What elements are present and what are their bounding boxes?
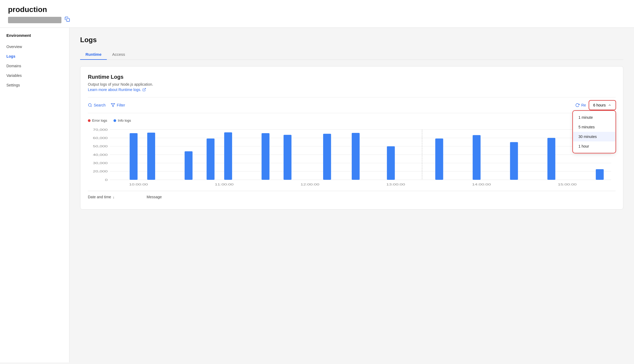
svg-text:11:00:00: 11:00:00 [215,183,233,186]
legend-error-label: Error logs [92,118,107,122]
token-bar [8,17,61,23]
search-button[interactable]: Search [88,103,105,107]
sidebar-item-settings[interactable]: Settings [0,80,69,90]
col-datetime: Date and time ↓ [88,195,147,199]
svg-line-3 [91,106,92,107]
svg-text:13:00:00: 13:00:00 [386,183,405,186]
svg-rect-21 [185,151,193,180]
svg-rect-19 [130,133,138,180]
svg-rect-27 [352,133,360,180]
token-row [8,17,626,23]
dropdown-item-5min[interactable]: 5 minutes [573,122,615,132]
svg-rect-28 [387,146,395,180]
learn-more-link[interactable]: Learn more about Runtime logs. [88,88,146,92]
time-selected-value: 6 hours [593,103,606,107]
app-title: production [8,5,626,14]
col-datetime-label: Date and time [88,195,111,199]
svg-text:50,000: 50,000 [93,145,108,148]
legend-info: Info logs [114,118,131,122]
info-dot [114,119,116,122]
chart-legend: Error logs Info logs [88,118,616,122]
search-label: Search [94,103,105,107]
sidebar-item-domains[interactable]: Domains [0,61,69,71]
time-dropdown-menu: 1 minute 5 minutes 30 minutes 1 hour [573,111,616,153]
refresh-label: Re [581,103,586,107]
svg-text:15:00:00: 15:00:00 [558,183,577,186]
svg-text:60,000: 60,000 [93,136,108,140]
sidebar-item-variables[interactable]: Variables [0,71,69,80]
svg-text:70,000: 70,000 [93,128,108,131]
svg-rect-26 [323,134,331,180]
logs-card-title: Runtime Logs [88,74,616,80]
main-layout: Environment Overview Logs Domains Variab… [0,28,634,362]
legend-error: Error logs [88,118,107,122]
page-title: Logs [80,36,623,44]
learn-more-text: Learn more about Runtime logs. [88,88,141,92]
svg-text:40,000: 40,000 [93,153,108,156]
dropdown-item-30min[interactable]: 30 minutes [573,132,615,141]
chart-svg: 70,000 60,000 50,000 40,000 30,000 20,00… [88,127,616,188]
filter-button[interactable]: Filter [111,103,125,107]
chart-area: 70,000 60,000 50,000 40,000 30,000 20,00… [88,127,616,188]
dropdown-item-1min[interactable]: 1 minute [573,113,615,122]
svg-text:30,000: 30,000 [93,161,108,165]
svg-text:12:00:00: 12:00:00 [300,183,319,186]
tab-access[interactable]: Access [107,49,130,60]
svg-rect-20 [147,133,155,180]
toolbar: Search Filter Re [88,97,616,113]
copy-icon[interactable] [65,17,70,23]
svg-rect-33 [596,169,604,180]
col-message: Message [147,195,162,199]
time-select-button[interactable]: 6 hours [589,101,616,110]
svg-rect-32 [547,138,555,180]
sidebar-header: Environment [0,33,69,42]
toolbar-right: Re 6 hours 1 minute 5 minutes 30 mi [575,101,616,110]
svg-rect-0 [67,19,70,22]
sort-icon[interactable]: ↓ [113,195,115,199]
sidebar-item-overview[interactable]: Overview [0,42,69,52]
svg-text:14:00:00: 14:00:00 [472,183,491,186]
svg-text:10:00:00: 10:00:00 [129,183,148,186]
top-bar: production [0,0,634,28]
svg-text:20,000: 20,000 [93,170,108,173]
svg-rect-30 [473,135,481,180]
sidebar: Environment Overview Logs Domains Variab… [0,28,69,362]
sidebar-item-logs[interactable]: Logs [0,52,69,61]
svg-point-2 [88,104,91,106]
filter-label: Filter [117,103,125,107]
svg-rect-24 [261,133,269,180]
legend-info-label: Info logs [118,118,131,122]
refresh-icon [575,103,580,107]
svg-marker-4 [111,104,115,107]
error-dot [88,119,91,122]
content-area: Logs Runtime Access Runtime Logs Output … [69,28,634,362]
svg-rect-25 [284,135,292,180]
filter-icon [111,103,115,107]
svg-rect-23 [224,132,232,180]
tabs: Runtime Access [80,49,623,60]
dropdown-item-1hr[interactable]: 1 hour [573,141,615,151]
search-icon [88,103,92,107]
logs-card: Runtime Logs Output logs of your Node.js… [80,66,623,209]
svg-rect-22 [207,139,215,180]
time-select-wrapper: 6 hours 1 minute 5 minutes 30 minutes 1 … [589,101,616,110]
svg-line-1 [144,88,146,90]
table-header-row: Date and time ↓ Message [88,191,616,202]
svg-rect-29 [435,139,443,180]
refresh-button[interactable]: Re [575,103,586,107]
svg-rect-31 [510,142,518,180]
tab-runtime[interactable]: Runtime [80,49,107,60]
logs-description: Output logs of your Node.js application. [88,82,616,86]
svg-text:0: 0 [105,178,108,181]
chevron-up-icon [608,103,612,107]
